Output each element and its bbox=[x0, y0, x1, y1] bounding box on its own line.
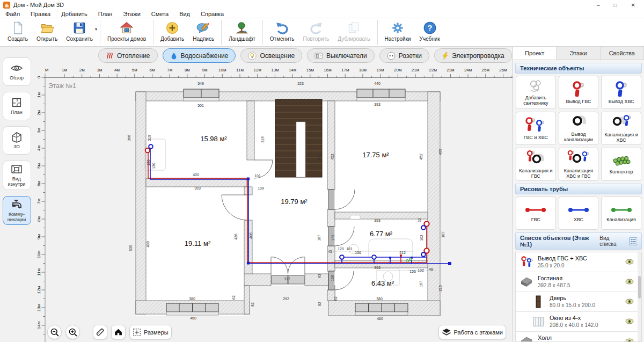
list-item[interactable]: Гостиная392.8 x 487.5 bbox=[516, 272, 641, 292]
floorplan-svg[interactable]: М1м2м3м4м5м6м7м8м9м10м11м12м13м14м15м16м… bbox=[33, 47, 513, 342]
tab-floors[interactable]: Этажи bbox=[557, 47, 600, 60]
tab-water-supply[interactable]: Водоснабжение bbox=[163, 48, 236, 63]
zoom-out-button[interactable] bbox=[47, 325, 62, 339]
new-document-icon bbox=[11, 21, 25, 35]
measure-button[interactable] bbox=[93, 325, 107, 339]
collector-button[interactable]: Коллектор bbox=[601, 148, 641, 181]
right-panel: Проект Этажи Свойства Технические объект… bbox=[513, 47, 644, 342]
toolbar-separator bbox=[153, 20, 153, 45]
add-sanitary-button[interactable]: Добавить сантехнику bbox=[516, 76, 556, 109]
draw-cold-pipe-button[interactable]: ХВС bbox=[559, 197, 599, 230]
menu-floors[interactable]: Этажи bbox=[118, 11, 145, 17]
dimensions-icon bbox=[133, 328, 141, 337]
list-item[interactable]: Холл316.6 x 739.7 bbox=[516, 332, 641, 342]
redo-button[interactable]: Повторить bbox=[298, 19, 333, 42]
duplicate-button[interactable]: Дублировать bbox=[333, 19, 374, 42]
sewer-outlet-button[interactable]: Вывод канализации bbox=[559, 112, 599, 145]
list-item[interactable]: Вывод ГВС + ХВС35.0 x 20.0 bbox=[516, 252, 641, 272]
list-item[interactable]: Окно из 4-х208.0 x 40.0 x 142.0 bbox=[516, 312, 641, 332]
dimensions-button[interactable]: Размеры bbox=[129, 325, 172, 339]
draw-sewer-pipe-button[interactable]: Канализация bbox=[601, 197, 641, 230]
svg-text:317: 317 bbox=[284, 277, 290, 281]
tab-project[interactable]: Проект bbox=[513, 47, 557, 60]
menu-edit[interactable]: Правка bbox=[25, 11, 56, 17]
tab-switches[interactable]: Выключатели bbox=[307, 48, 375, 63]
visibility-eye-icon[interactable] bbox=[625, 299, 634, 304]
add-plus-icon bbox=[165, 21, 179, 35]
sidebar-item-overview[interactable]: Обзор bbox=[3, 57, 31, 86]
draw-hot-pipe-button[interactable]: ГВС bbox=[516, 197, 556, 230]
sidebar-item-communications[interactable]: Комму-никации bbox=[3, 196, 31, 225]
menu-view[interactable]: Вид bbox=[174, 11, 195, 17]
svg-text:452: 452 bbox=[331, 154, 334, 160]
sidebar-item-plan[interactable]: План bbox=[3, 92, 31, 120]
sewer-hot-cold-button[interactable]: Канализация ХВС и ГВС bbox=[559, 148, 599, 181]
tab-properties[interactable]: Свойства bbox=[601, 47, 644, 60]
list-view-label[interactable]: Вид списка bbox=[599, 235, 626, 247]
close-button[interactable]: ✕ bbox=[631, 2, 635, 8]
collector-icon bbox=[611, 154, 632, 168]
svg-text:7м: 7м bbox=[36, 199, 41, 204]
list-view-icon[interactable] bbox=[630, 237, 637, 245]
svg-text:32: 32 bbox=[418, 218, 421, 222]
svg-text:187: 187 bbox=[441, 231, 445, 238]
menu-estimate[interactable]: Смета bbox=[146, 11, 174, 17]
menu-add[interactable]: Добавить bbox=[56, 11, 93, 17]
scrollbar-thumb[interactable] bbox=[638, 276, 641, 299]
stairs[interactable] bbox=[275, 99, 322, 177]
tab-lighting[interactable]: Освещение bbox=[240, 48, 302, 63]
sewer-hot-button[interactable]: Канализация и ГВС bbox=[516, 148, 556, 181]
tab-sockets[interactable]: Розетки bbox=[379, 48, 429, 63]
svg-text:319: 319 bbox=[261, 136, 265, 143]
tab-wiring[interactable]: Электропроводка bbox=[434, 48, 512, 63]
add-button[interactable]: Добавить bbox=[156, 19, 188, 42]
sidebar-item-3d[interactable]: 3D bbox=[3, 126, 31, 155]
zoom-in-button[interactable] bbox=[65, 325, 80, 339]
home-view-button[interactable] bbox=[111, 325, 126, 339]
svg-text:19.79 м²: 19.79 м² bbox=[281, 198, 308, 206]
minimize-button[interactable]: – bbox=[597, 2, 600, 8]
sidebar-item-interior[interactable]: Вид изнутри bbox=[3, 161, 31, 190]
menu-file[interactable]: Файл bbox=[0, 11, 25, 17]
new-button[interactable]: Создать bbox=[3, 19, 32, 42]
visibility-eye-icon[interactable] bbox=[625, 338, 634, 342]
note-button[interactable]: Надпись bbox=[188, 19, 218, 42]
svg-text:16м: 16м bbox=[324, 68, 331, 72]
list-scrollbar[interactable] bbox=[638, 252, 641, 341]
svg-text:15.98 м²: 15.98 м² bbox=[200, 135, 227, 143]
menu-bar: Файл Правка Добавить План Этажи Смета Ви… bbox=[0, 10, 644, 18]
house-projects-icon bbox=[119, 21, 134, 35]
house-projects-button[interactable]: Проекты домов bbox=[103, 19, 150, 42]
visibility-eye-icon[interactable] bbox=[625, 259, 634, 265]
svg-text:167: 167 bbox=[419, 281, 423, 287]
object-list[interactable]: Вывод ГВС + ХВС35.0 x 20.0 Гостиная392.8… bbox=[515, 252, 642, 342]
tutorial-button[interactable]: ? Учебник bbox=[415, 19, 444, 42]
light-bulb-icon bbox=[248, 52, 257, 60]
hot-water-outlet-button[interactable]: Вывод ГВС bbox=[559, 76, 599, 109]
tech-objects-header: Технические объекты bbox=[515, 63, 642, 74]
save-button[interactable]: Сохранить bbox=[62, 19, 97, 42]
visibility-eye-icon[interactable] bbox=[625, 279, 634, 285]
floors-work-button[interactable]: Работа с этажами bbox=[438, 325, 507, 339]
visibility-eye-icon[interactable] bbox=[625, 318, 634, 324]
list-item[interactable]: Дверь80.0 x 15.0 x 200.0 bbox=[516, 292, 641, 312]
undo-button[interactable]: Отменить bbox=[266, 19, 299, 42]
landscape-button[interactable]: Ландшафт bbox=[224, 19, 260, 42]
open-button[interactable]: Открыть bbox=[32, 19, 62, 42]
settings-button[interactable]: Настройки bbox=[380, 19, 415, 42]
menu-help[interactable]: Справка bbox=[195, 11, 229, 17]
panel-tabs: Проект Этажи Свойства bbox=[513, 47, 644, 60]
svg-text:215: 215 bbox=[438, 285, 442, 292]
cold-water-outlet-button[interactable]: Вывод ХВС bbox=[601, 76, 641, 109]
tab-heating[interactable]: Отопление bbox=[98, 48, 158, 63]
plan-canvas[interactable]: Отопление Водоснабжение Освещение Выключ… bbox=[33, 47, 513, 342]
menu-plan[interactable]: План bbox=[93, 11, 118, 17]
svg-text:549: 549 bbox=[197, 82, 204, 85]
save-dropdown-caret[interactable]: ▾ bbox=[95, 27, 97, 32]
svg-text:187: 187 bbox=[317, 235, 321, 241]
hot-cold-outlet-button[interactable]: ГВС и ХВС bbox=[516, 112, 556, 145]
maximize-button[interactable]: □ bbox=[614, 2, 617, 8]
sewer-cold-button[interactable]: Канализация и ХВС bbox=[601, 112, 641, 145]
svg-text:45: 45 bbox=[328, 250, 332, 253]
svg-text:Этаж №1: Этаж №1 bbox=[48, 82, 76, 90]
